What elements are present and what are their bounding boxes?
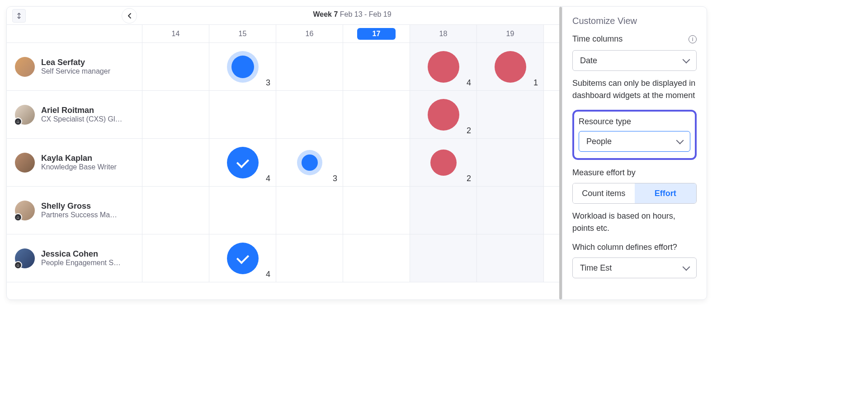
- workload-dot-icon: [428, 99, 459, 131]
- check-dot-icon: [227, 147, 259, 178]
- workload-cell[interactable]: 2: [410, 91, 477, 138]
- workload-cell[interactable]: 4: [410, 43, 477, 90]
- person-info[interactable]: Lea SerfatySelf Service manager: [7, 43, 142, 90]
- workload-cell[interactable]: [142, 139, 209, 186]
- workload-cell[interactable]: [276, 187, 343, 234]
- subitems-note: Subitems can only be displayed in dashbo…: [572, 77, 697, 102]
- resource-type-label: Resource type: [579, 117, 690, 126]
- workload-cell[interactable]: [343, 234, 410, 282]
- day-header: 18: [410, 25, 477, 42]
- workload-cell[interactable]: 4: [209, 139, 276, 186]
- cell-count: 4: [266, 270, 270, 279]
- person-role: Knowledge Base Writer: [41, 163, 117, 171]
- panel-title: Customize View: [572, 16, 697, 26]
- cell-count: 2: [467, 174, 471, 183]
- workload-cell[interactable]: [343, 91, 410, 138]
- cell-count: 3: [266, 78, 270, 88]
- workload-cell[interactable]: [276, 91, 343, 138]
- person-info[interactable]: Kayla KaplanKnowledge Base Writer: [7, 139, 142, 186]
- measure-note: Workload is based on hours, points etc.: [572, 210, 697, 234]
- workload-cell[interactable]: [410, 187, 477, 234]
- expand-collapse-button[interactable]: [12, 9, 26, 23]
- person-role: Self Service manager: [41, 67, 110, 75]
- workload-cell[interactable]: [343, 43, 410, 90]
- person-info[interactable]: Shelly GrossPartners Success Ma…: [7, 187, 142, 234]
- workload-dot-icon: [430, 150, 457, 176]
- person-row: Jessica CohenPeople Engagement S…4: [7, 234, 562, 282]
- info-icon[interactable]: i: [689, 35, 697, 43]
- workload-cell[interactable]: [142, 187, 209, 234]
- workload-dot-icon: [428, 51, 459, 83]
- avatar: [15, 201, 35, 220]
- person-name: Lea Serfaty: [41, 58, 110, 67]
- workload-cell[interactable]: [477, 139, 544, 186]
- cell-count: 1: [533, 78, 538, 88]
- avatar: [15, 153, 35, 173]
- workload-cell[interactable]: [477, 187, 544, 234]
- home-badge-icon: [14, 261, 22, 269]
- time-columns-select[interactable]: Date: [572, 50, 697, 71]
- workload-cell[interactable]: [142, 234, 209, 282]
- workload-cell[interactable]: [410, 234, 477, 282]
- previous-button[interactable]: [122, 8, 137, 23]
- person-role: Partners Success Ma…: [41, 211, 117, 219]
- person-name: Jessica Cohen: [41, 249, 121, 259]
- chevron-down-icon: [683, 263, 690, 271]
- workload-cell[interactable]: 3: [276, 139, 343, 186]
- workload-cell[interactable]: [343, 187, 410, 234]
- today-pill: 17: [357, 28, 396, 40]
- time-columns-label: Time columns: [572, 34, 623, 44]
- customize-view-panel: Customize View Time columns i Date Subit…: [562, 7, 707, 299]
- chevron-left-icon: [127, 13, 132, 19]
- workload-cell[interactable]: 1: [477, 43, 544, 90]
- workload-cell[interactable]: 4: [209, 234, 276, 282]
- chevron-down-icon: [683, 56, 690, 64]
- workload-cell[interactable]: [142, 43, 209, 90]
- person-row: Kayla KaplanKnowledge Base Writer432: [7, 139, 562, 187]
- effort-column-select[interactable]: Time Est: [572, 257, 697, 278]
- effort-column-label: Which column defines effort?: [572, 243, 697, 252]
- person-info[interactable]: Ariel RoitmanCX Specialist (CXS) Gl…: [7, 91, 142, 138]
- home-badge-icon: [14, 213, 22, 221]
- day-header: 17: [343, 25, 410, 42]
- cell-count: 4: [467, 78, 471, 88]
- workload-cell[interactable]: [142, 91, 209, 138]
- person-role: CX Specialist (CXS) Gl…: [41, 115, 123, 123]
- workload-cell[interactable]: [209, 91, 276, 138]
- day-header: 16: [276, 25, 343, 42]
- cell-count: 4: [266, 174, 270, 183]
- person-name: Ariel Roitman: [41, 106, 123, 115]
- resource-type-select[interactable]: People: [579, 131, 690, 152]
- scrollbar[interactable]: [559, 7, 562, 299]
- measure-effort-toggle: Count items Effort: [572, 183, 697, 204]
- day-header: 14: [142, 25, 209, 42]
- workload-cell[interactable]: [477, 91, 544, 138]
- person-name: Kayla Kaplan: [41, 154, 117, 163]
- measure-effort-label: Measure effort by: [572, 168, 697, 178]
- chevron-down-icon: [676, 137, 684, 145]
- workload-dot-icon: [231, 56, 254, 78]
- toggle-count-items[interactable]: Count items: [573, 183, 635, 203]
- person-row: Shelly GrossPartners Success Ma…: [7, 187, 562, 234]
- check-dot-icon: [227, 243, 259, 274]
- toggle-effort[interactable]: Effort: [635, 183, 697, 203]
- workload-dot-icon: [302, 154, 318, 171]
- workload-cell[interactable]: [276, 234, 343, 282]
- workload-cell[interactable]: [276, 43, 343, 90]
- workload-dot-icon: [495, 51, 526, 83]
- person-row: Lea SerfatySelf Service manager341: [7, 43, 562, 91]
- person-name: Shelly Gross: [41, 201, 117, 211]
- workload-cell[interactable]: 2: [410, 139, 477, 186]
- person-row: Ariel RoitmanCX Specialist (CXS) Gl…2: [7, 91, 562, 139]
- workload-cell[interactable]: [343, 139, 410, 186]
- workload-cell[interactable]: 3: [209, 43, 276, 90]
- home-badge-icon: [14, 117, 22, 126]
- workload-cell[interactable]: [477, 234, 544, 282]
- avatar: [15, 248, 35, 268]
- cell-count: 3: [333, 174, 337, 183]
- workload-cell[interactable]: [209, 187, 276, 234]
- person-role: People Engagement S…: [41, 259, 121, 267]
- avatar: [15, 57, 35, 77]
- expand-vertical-icon: [16, 13, 22, 19]
- person-info[interactable]: Jessica CohenPeople Engagement S…: [7, 234, 142, 282]
